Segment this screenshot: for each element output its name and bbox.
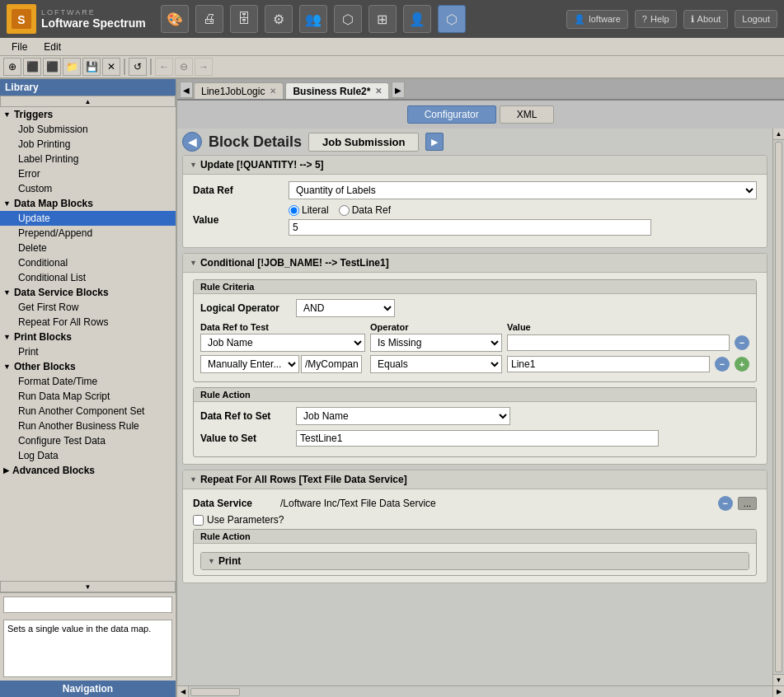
tree-group-triggers-header[interactable]: ▼ Triggers xyxy=(0,107,176,122)
action-value-to-set-input[interactable] xyxy=(296,430,659,447)
tb-paste-btn[interactable]: ⬛ xyxy=(43,58,61,76)
update-data-ref-select[interactable]: Quantity of Labels xyxy=(289,181,757,199)
sidebar-item-prepend-append[interactable]: Prepend/Append xyxy=(0,226,176,241)
tab-scroll-right[interactable]: ▶ xyxy=(392,82,405,98)
action-data-ref-set-select[interactable]: Job Name xyxy=(296,407,510,425)
vertical-scrollbar[interactable]: ▲ ▼ xyxy=(772,129,784,685)
menu-file[interactable]: File xyxy=(3,40,35,54)
sidebar-description: Sets a single value in the data map. xyxy=(3,620,172,677)
scroll-left-arrow[interactable]: ◀ xyxy=(177,686,189,698)
nav-users-icon[interactable]: 👥 xyxy=(299,5,327,33)
sidebar-item-log-data[interactable]: Log Data xyxy=(0,448,176,463)
sidebar-scroll-up[interactable]: ▲ xyxy=(0,96,176,107)
tb-refresh-btn[interactable]: ↺ xyxy=(129,58,147,76)
criteria-row2-value[interactable] xyxy=(507,356,710,372)
tb-fwd-btn[interactable]: → xyxy=(195,58,213,76)
sidebar-item-error[interactable]: Error xyxy=(0,166,176,181)
update-dataref-radio[interactable] xyxy=(339,205,350,216)
sidebar-item-print[interactable]: Print xyxy=(0,344,176,359)
scroll-down-arrow[interactable]: ▼ xyxy=(773,674,784,685)
criteria-row1-dataref[interactable]: Job Name xyxy=(200,334,365,352)
play-button[interactable]: ▶ xyxy=(425,133,444,151)
page-title: Block Details xyxy=(209,133,302,151)
update-block-body: Data Ref Quantity of Labels Value xyxy=(183,175,767,247)
nav-gear-icon[interactable]: ⚙ xyxy=(265,5,293,33)
criteria-row2-operator[interactable]: Equals xyxy=(370,355,502,373)
criteria-row2-remove-btn[interactable]: − xyxy=(715,357,730,372)
nav-print-icon[interactable]: 🖨 xyxy=(195,5,223,33)
sidebar-item-job-printing[interactable]: Job Printing xyxy=(0,137,176,152)
tree-group-dataservice-header[interactable]: ▼ Data Service Blocks xyxy=(0,285,176,300)
tree-group-datamap-header[interactable]: ▼ Data Map Blocks xyxy=(0,196,176,211)
search-input[interactable] xyxy=(3,596,172,613)
tb-new-btn[interactable]: ⊕ xyxy=(3,58,21,76)
tb-open-btn[interactable]: 📁 xyxy=(63,58,81,76)
sidebar-item-run-datamap-script[interactable]: Run Data Map Script xyxy=(0,389,176,404)
tb-minus-btn[interactable]: ⊖ xyxy=(175,58,193,76)
update-data-ref-row: Data Ref Quantity of Labels xyxy=(193,181,757,199)
toolbar: ⊕ ⬛ ⬛ 📁 💾 ✕ ↺ ← ⊖ → xyxy=(0,56,784,79)
tree-arrow-triggers: ▼ xyxy=(3,110,11,119)
tab-businessrule2[interactable]: Business Rule2* ✕ xyxy=(285,82,389,99)
criteria-row1-operator[interactable]: Is Missing xyxy=(370,334,502,352)
sidebar-item-configure-test-data[interactable]: Configure Test Data xyxy=(0,433,176,448)
criteria-row1-value[interactable] xyxy=(507,334,730,351)
scroll-thumb[interactable] xyxy=(775,142,782,672)
horiz-scroll-track[interactable] xyxy=(189,686,772,698)
data-service-more-btn[interactable]: ... xyxy=(738,497,757,510)
sidebar-item-repeat-all-rows[interactable]: Repeat For All Rows xyxy=(0,315,176,330)
sidebar-item-job-submission[interactable]: Job Submission xyxy=(0,122,176,137)
logout-btn[interactable]: Logout xyxy=(735,10,777,28)
sidebar-item-get-first-row[interactable]: Get First Row xyxy=(0,300,176,315)
use-params-checkbox[interactable] xyxy=(193,515,204,526)
update-literal-radio-label[interactable]: Literal xyxy=(289,204,329,216)
sidebar-item-run-another-business-rule[interactable]: Run Another Business Rule xyxy=(0,419,176,433)
criteria-row2-dataref-type[interactable]: Manually Enter... xyxy=(200,355,299,373)
criteria-row2-add-btn[interactable]: + xyxy=(735,357,749,372)
tab-close-line1joblogic[interactable]: ✕ xyxy=(270,87,276,96)
tb-back-btn[interactable]: ← xyxy=(155,58,173,76)
tree-group-advanced-header[interactable]: ▶ Advanced Blocks xyxy=(0,463,176,478)
nav-network-icon[interactable]: ⬡ xyxy=(438,5,466,33)
update-dataref-radio-label[interactable]: Data Ref xyxy=(339,204,391,216)
nav-blocks-icon[interactable]: ⊞ xyxy=(369,5,397,33)
tb-copy-btn[interactable]: ⬛ xyxy=(23,58,41,76)
sidebar-item-conditional[interactable]: Conditional xyxy=(0,255,176,270)
data-service-row: Data Service /Loftware Inc/Text File Dat… xyxy=(193,496,757,511)
data-service-minus-btn[interactable]: − xyxy=(718,496,733,511)
criteria-row2-dataref-value[interactable] xyxy=(301,355,362,373)
criteria-row1-remove-btn[interactable]: − xyxy=(735,335,749,350)
nav-user-icon[interactable]: 👤 xyxy=(403,5,431,33)
sidebar-item-update[interactable]: Update xyxy=(0,211,176,226)
sidebar-item-custom[interactable]: Custom xyxy=(0,181,176,196)
tab-line1joblogic[interactable]: Line1JobLogic ✕ xyxy=(194,82,284,99)
tab-close-businessrule2[interactable]: ✕ xyxy=(375,87,382,96)
tb-close-btn[interactable]: ✕ xyxy=(102,58,120,76)
tree-group-print-header[interactable]: ▼ Print Blocks xyxy=(0,330,176,344)
menu-edit[interactable]: Edit xyxy=(35,40,69,54)
help-btn[interactable]: ? Help xyxy=(635,10,677,28)
sidebar-item-label-printing[interactable]: Label Printing xyxy=(0,152,176,166)
update-literal-radio[interactable] xyxy=(289,205,299,216)
sidebar-scroll-down[interactable]: ▼ xyxy=(0,581,176,592)
sidebar-item-delete[interactable]: Delete xyxy=(0,241,176,255)
about-btn[interactable]: ℹ About xyxy=(683,10,729,29)
sidebar-item-conditional-list[interactable]: Conditional List xyxy=(0,270,176,285)
nav-palette-icon[interactable]: 🎨 xyxy=(161,5,189,33)
sidebar-item-run-another-component-set[interactable]: Run Another Component Set xyxy=(0,404,176,419)
sidebar-item-format-datetime[interactable]: Format Date/Time xyxy=(0,374,176,389)
back-button[interactable]: ◀ xyxy=(182,132,202,152)
tab-configurator[interactable]: Configurator xyxy=(407,105,496,124)
nav-db-icon[interactable]: 🗄 xyxy=(230,5,258,33)
scroll-up-arrow[interactable]: ▲ xyxy=(773,129,784,140)
scroll-right-arrow[interactable]: ▶ xyxy=(772,686,784,698)
tab-scroll-left[interactable]: ◀ xyxy=(180,82,193,98)
tree-group-other-header[interactable]: ▼ Other Blocks xyxy=(0,359,176,374)
update-value-input[interactable] xyxy=(289,219,651,236)
horiz-scroll-thumb[interactable] xyxy=(190,688,240,696)
logical-op-select[interactable]: AND OR xyxy=(296,299,395,317)
tb-save-btn[interactable]: 💾 xyxy=(82,58,101,76)
user-btn[interactable]: 👤 loftware xyxy=(566,10,628,29)
tab-xml[interactable]: XML xyxy=(500,105,555,124)
nav-plug-icon[interactable]: ⬡ xyxy=(334,5,362,33)
